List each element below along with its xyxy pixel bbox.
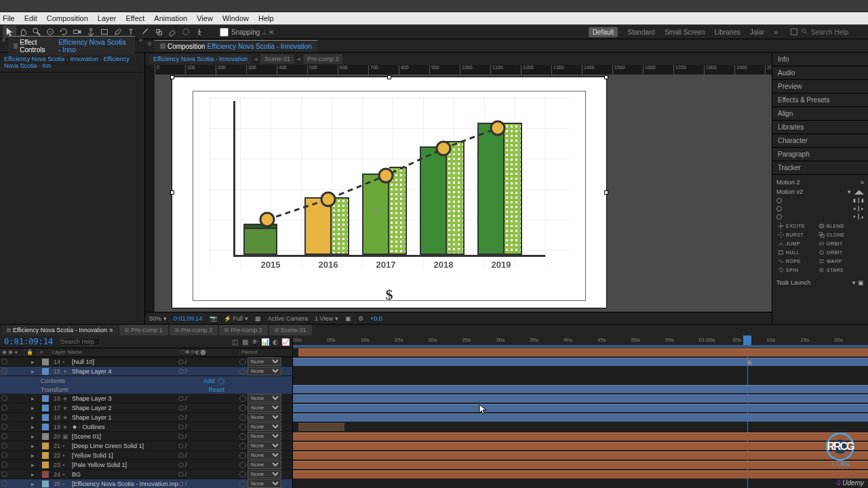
parent-dropdown[interactable]: None xyxy=(248,367,281,375)
expand-toggle-icon[interactable]: ▸ xyxy=(24,359,41,365)
pickwhip-icon[interactable] xyxy=(239,443,246,449)
pickwhip-icon[interactable] xyxy=(239,414,246,421)
visibility-toggle-icon[interactable] xyxy=(1,414,7,420)
search-input[interactable] xyxy=(811,28,865,36)
pickwhip-icon[interactable] xyxy=(239,424,246,430)
menu-effect[interactable]: Effect xyxy=(125,14,144,22)
layer-switches[interactable]: ⬡/ xyxy=(178,481,239,487)
track-row[interactable] xyxy=(293,348,868,357)
magnification-dropdown[interactable]: 50% ▾ xyxy=(149,315,167,322)
task-null[interactable]: NULL xyxy=(776,249,816,256)
layer-row[interactable]: ▸14▪[Null 10]⬡/None xyxy=(0,357,292,367)
layer-switches[interactable]: ⬡/ xyxy=(178,443,239,449)
selection-handle[interactable] xyxy=(170,75,174,79)
menu-layer[interactable]: Layer xyxy=(98,14,117,22)
fast-preview-icon[interactable]: ⚙ xyxy=(358,315,363,322)
expand-toggle-icon[interactable]: ▸ xyxy=(24,433,41,440)
layer-name[interactable]: Shape Layer 3 xyxy=(71,395,178,402)
label-color-swatch[interactable] xyxy=(42,452,49,459)
motion-slider-icon[interactable] xyxy=(776,198,782,203)
menu-window[interactable]: Window xyxy=(222,14,249,22)
visibility-toggle-icon[interactable] xyxy=(1,471,7,477)
visibility-toggle-icon[interactable] xyxy=(1,452,7,458)
task-rope[interactable]: ROPE xyxy=(776,258,816,265)
layer-row[interactable]: ▸20▣[Scene 01]⬡/None xyxy=(0,432,292,441)
viewport[interactable]: 2015 2016 2017 xyxy=(145,75,772,312)
timeline-tab-pc1[interactable]: Pre-comp 1 xyxy=(119,325,168,336)
layer-row[interactable]: ▸22▪[Yellow Solid 1]⬡/None xyxy=(0,451,292,460)
task-jump[interactable]: JUMP xyxy=(776,240,816,247)
time-ruler[interactable]: 00s05s10s15s20s25s30s35s40s45s50s55s01:0… xyxy=(293,336,868,348)
layer-name[interactable]: ★ · Outlines xyxy=(71,424,178,430)
viewer-time[interactable]: 0:01:09:14 xyxy=(174,315,203,322)
pickwhip-icon[interactable] xyxy=(239,462,246,468)
layer-row[interactable]: ▸21▪[Deep Lime Green Solid 1]⬡/None xyxy=(0,441,292,451)
parent-dropdown[interactable]: None xyxy=(248,394,281,403)
menu-edit[interactable]: Edit xyxy=(24,14,37,22)
roto-tool-icon[interactable] xyxy=(179,26,193,38)
snapshot-icon[interactable]: 📷 xyxy=(210,315,217,322)
layer-duration-bar[interactable] xyxy=(293,413,868,422)
layer-duration-bar[interactable] xyxy=(293,461,868,469)
expand-toggle-icon[interactable]: ▸ xyxy=(24,452,41,459)
layer-switches[interactable]: ⬡/ xyxy=(178,405,239,411)
label-color-swatch[interactable] xyxy=(42,359,49,365)
eraser-tool-icon[interactable] xyxy=(165,26,179,38)
task-spin[interactable]: SPIN xyxy=(776,266,816,274)
shy-icon[interactable]: 👁 xyxy=(251,338,259,346)
expand-toggle-icon[interactable]: ▸ xyxy=(24,405,41,411)
snapping-toggle[interactable]: Snapping ⟂ ✕ xyxy=(220,28,274,37)
visibility-toggle-icon[interactable] xyxy=(1,443,7,449)
label-color-swatch[interactable] xyxy=(42,433,49,440)
visibility-toggle-icon[interactable] xyxy=(1,433,7,439)
frame-blend-icon[interactable]: 📊 xyxy=(261,338,269,346)
visibility-toggle-icon[interactable] xyxy=(1,424,7,430)
selection-handle[interactable] xyxy=(387,75,391,79)
panel-menu-icon[interactable]: ≡ xyxy=(861,179,864,186)
playhead-icon[interactable] xyxy=(743,336,751,345)
timeline-tracks[interactable]: 00s05s10s15s20s25s30s35s40s45s50s55s01:0… xyxy=(293,336,868,488)
menu-composition[interactable]: Composition xyxy=(47,14,88,22)
layer-switches[interactable]: ⬡/ xyxy=(178,424,239,430)
workspace-libraries[interactable]: Libraries xyxy=(714,28,740,36)
workspace-overflow-icon[interactable]: » xyxy=(774,28,778,36)
layer-duration-bar[interactable] xyxy=(293,394,868,403)
motion-version[interactable]: Motion v2 xyxy=(776,188,803,195)
transparency-grid-icon[interactable]: ▦ xyxy=(255,315,261,322)
task-orbit[interactable]: ORBIT xyxy=(817,240,856,247)
panel-menu-icon[interactable]: ≡ xyxy=(0,36,8,56)
layer-name[interactable]: Shape Layer 4 xyxy=(71,368,178,375)
layer-switches[interactable]: ⬡/ xyxy=(178,462,239,468)
task-burst[interactable]: BURST xyxy=(776,231,816,239)
label-color-swatch[interactable] xyxy=(42,424,49,430)
task-orbit2[interactable]: ORBIT xyxy=(817,249,856,256)
label-color-swatch[interactable] xyxy=(42,481,49,487)
task-blend[interactable]: BLEND xyxy=(817,222,856,230)
motion-blur-icon[interactable]: ◐ xyxy=(271,338,279,346)
layer-duration-bar[interactable] xyxy=(293,451,868,460)
visibility-toggle-icon[interactable] xyxy=(1,359,7,365)
snap-ext-icon[interactable]: ⟂ ✕ xyxy=(262,28,274,36)
track-row[interactable] xyxy=(293,422,868,432)
effect-controls-tab[interactable]: Effect Controls Efficiency Nova Scotia -… xyxy=(8,36,136,56)
selection-handle[interactable] xyxy=(170,190,174,195)
task-clone[interactable]: CLONE xyxy=(817,231,856,239)
puppet-tool-icon[interactable] xyxy=(193,26,206,38)
timeline-tab-scene[interactable]: Scene 01 xyxy=(269,325,312,336)
layer-row[interactable]: ▸24▪BG⬡/None xyxy=(0,470,292,479)
tab-overflow-icon[interactable]: » xyxy=(136,36,145,56)
task-stare[interactable]: STARE xyxy=(817,266,856,274)
timeline-search-input[interactable] xyxy=(60,338,100,346)
views-dropdown[interactable]: 1 View ▾ xyxy=(315,315,338,322)
workspace-standard[interactable]: Standard xyxy=(627,28,655,36)
expand-toggle-icon[interactable]: ▸ xyxy=(24,395,41,402)
layer-duration-bar[interactable] xyxy=(293,442,868,450)
workspace-custom[interactable]: Jalar xyxy=(750,28,765,36)
clone-tool-icon[interactable] xyxy=(152,26,165,38)
label-color-swatch[interactable] xyxy=(42,395,49,402)
expand-toggle-icon[interactable]: ▸ xyxy=(24,462,41,468)
visibility-toggle-icon[interactable] xyxy=(1,462,7,468)
layer-switches[interactable]: ⬡/ xyxy=(178,395,239,402)
pickwhip-icon[interactable] xyxy=(239,395,246,402)
layer-duration-bar[interactable] xyxy=(293,470,868,479)
